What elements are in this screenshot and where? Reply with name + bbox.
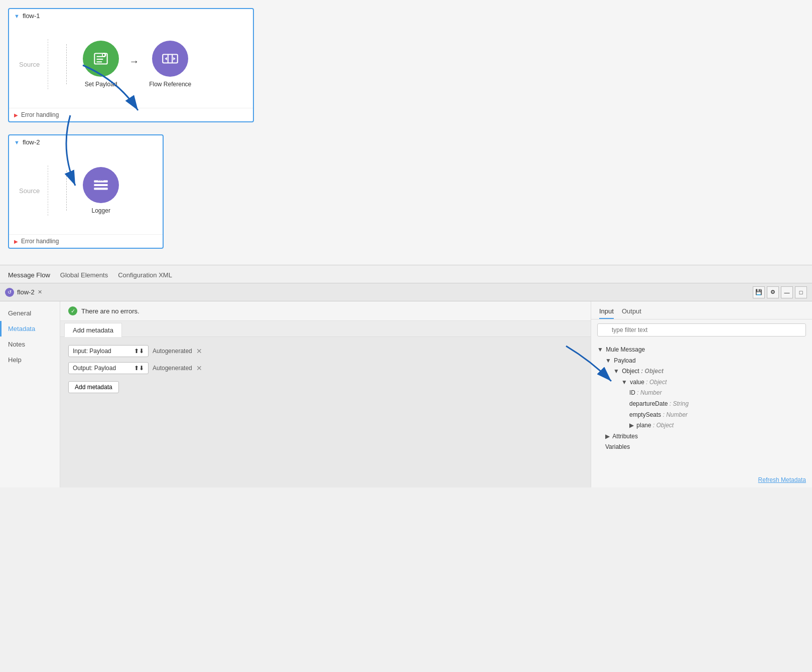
flow-2-container: ▼ flow-2 Source LOG: [8, 134, 164, 249]
tree-children-object: ▼ value : Object ID : Number de: [621, 377, 806, 431]
attributes-toggle[interactable]: ▶: [605, 433, 610, 440]
flow-1-error-handling[interactable]: ▶ Error handling: [9, 108, 253, 121]
mule-message-toggle[interactable]: ▼: [597, 346, 603, 353]
no-errors-icon: ✓: [68, 306, 77, 315]
flow-reference-label: Flow Reference: [149, 81, 191, 88]
tab-configuration-xml[interactable]: Configuration XML: [118, 269, 172, 283]
payload-toggle[interactable]: ▼: [605, 357, 611, 364]
output-payload-arrows: ⬆⬇: [134, 365, 144, 372]
set-payload-node[interactable]: Set Payload: [83, 41, 119, 88]
output-payload-select[interactable]: Output: Payload ⬆⬇: [68, 362, 149, 374]
object-toggle[interactable]: ▼: [613, 368, 619, 375]
save-toolbar-btn[interactable]: 💾: [753, 286, 765, 298]
flow-2-source-label: Source: [19, 165, 48, 216]
tree-node-value: ▼ value : Object: [621, 377, 806, 388]
payload-label: Payload: [614, 357, 635, 364]
flow-1-header: ▼ flow-1: [9, 9, 253, 23]
nav-item-help[interactable]: Help: [0, 352, 60, 368]
canvas-tabs: Message Flow Global Elements Configurati…: [0, 265, 812, 283]
flow-reference-node[interactable]: Flow Reference: [149, 41, 191, 88]
input-payload-label: Input: Payload: [73, 348, 111, 355]
io-tab-output[interactable]: Output: [622, 305, 641, 319]
panel-close-button[interactable]: ✕: [38, 289, 42, 295]
flow-1-body: Source Set Payload: [9, 23, 253, 108]
input-autogenerated-label: Autogenerated: [153, 348, 192, 355]
value-toggle[interactable]: ▼: [621, 379, 627, 386]
value-type: : Object: [646, 379, 666, 386]
panel-area: ↺ flow-2 ✕ 💾 ⚙ — □ General Metadata Note…: [0, 283, 812, 487]
flow-2-collapse-icon[interactable]: ▼: [14, 139, 20, 145]
error-triangle-icon: ▶: [14, 112, 18, 118]
flow-1-source-label: Source: [19, 39, 48, 89]
tab-global-elements[interactable]: Global Elements: [60, 269, 108, 283]
flow-1-dashed-line: [66, 44, 67, 84]
flow-2-header: ▼ flow-2: [9, 135, 163, 149]
no-errors-bar: ✓ There are no errors.: [60, 301, 591, 321]
tree-node-variables: Variables: [605, 442, 806, 453]
refresh-metadata-link[interactable]: Refresh Metadata: [591, 472, 812, 487]
left-nav: General Metadata Notes Help: [0, 301, 60, 487]
metadata-row-output: Output: Payload ⬆⬇ Autogenerated ✕: [68, 362, 583, 374]
output-autogenerated-label: Autogenerated: [153, 365, 192, 372]
input-remove-btn[interactable]: ✕: [196, 347, 202, 355]
tree-node-plane: ▶ plane : Object: [629, 420, 806, 431]
flow-1-name: flow-1: [23, 12, 40, 20]
object-label: Object: [622, 368, 639, 375]
id-label: ID: [629, 389, 635, 396]
flow-2-nodes: LOG Logger: [83, 167, 119, 214]
flow-1-collapse-icon[interactable]: ▼: [14, 13, 20, 19]
center-content: ✓ There are no errors. Add metadata Inpu…: [60, 301, 591, 487]
filter-wrapper: 🔍: [591, 319, 812, 341]
flow-reference-icon-circle: [152, 41, 188, 77]
logger-node[interactable]: LOG Logger: [83, 167, 119, 214]
svg-rect-13: [94, 188, 107, 190]
id-type: : Number: [637, 389, 661, 396]
flow2-error-triangle-icon: ▶: [14, 239, 18, 244]
input-payload-arrows: ⬆⬇: [134, 348, 144, 355]
output-remove-btn[interactable]: ✕: [196, 364, 202, 372]
tree-children-mule: ▼ Payload ▼ Object : Object: [605, 356, 806, 453]
departure-date-type: : String: [669, 400, 689, 407]
plane-toggle[interactable]: ▶: [629, 422, 634, 429]
minimize-toolbar-btn[interactable]: —: [781, 286, 793, 298]
object-type: : Object: [641, 368, 663, 375]
logger-icon-circle: LOG: [83, 167, 119, 203]
mule-message-label: Mule Message: [606, 346, 645, 353]
flow-1-container: ▼ flow-1 Source: [8, 8, 254, 122]
nav-item-notes[interactable]: Notes: [0, 337, 60, 352]
panel-toolbar: 💾 ⚙ — □: [753, 286, 807, 298]
panel-tab: ↺ flow-2 ✕: [5, 288, 42, 297]
logger-label: Logger: [92, 207, 110, 214]
tree-view: ▼ Mule Message ▼ Payload ▼ Object :: [591, 341, 812, 472]
attributes-label: Attributes: [612, 433, 638, 440]
filter-input[interactable]: [597, 323, 806, 337]
metadata-content: Input: Payload ⬆⬇ Autogenerated ✕ Output…: [60, 337, 591, 487]
tab-message-flow[interactable]: Message Flow: [8, 269, 50, 283]
svg-text:LOG: LOG: [98, 179, 103, 182]
panel-tab-name[interactable]: flow-2: [17, 288, 35, 296]
nav-item-general[interactable]: General: [0, 305, 60, 321]
flow-1-error-label: Error handling: [21, 111, 59, 118]
plane-type: : Object: [653, 422, 673, 429]
flow-1-arrow: →: [129, 56, 139, 67]
output-payload-label: Output: Payload: [73, 365, 116, 372]
svg-marker-10: [174, 57, 176, 60]
panel-header: ↺ flow-2 ✕ 💾 ⚙ — □: [0, 283, 812, 301]
input-payload-select[interactable]: Input: Payload ⬆⬇: [68, 345, 149, 357]
settings-toolbar-btn[interactable]: ⚙: [767, 286, 779, 298]
empty-seats-type: : Number: [663, 411, 688, 418]
add-metadata-tab[interactable]: Add metadata: [64, 323, 122, 337]
svg-marker-9: [165, 57, 167, 60]
tree-children-payload: ▼ Object : Object ▼ value : Object: [613, 366, 806, 431]
set-payload-icon-circle: [83, 41, 119, 77]
flow-2-error-handling[interactable]: ▶ Error handling: [9, 234, 163, 248]
set-payload-label: Set Payload: [85, 81, 117, 88]
variables-label: Variables: [605, 443, 630, 450]
nav-item-metadata[interactable]: Metadata: [0, 321, 60, 337]
maximize-toolbar-btn[interactable]: □: [795, 286, 807, 298]
flow-2-body: Source LOG Logger: [9, 149, 163, 234]
io-tab-input[interactable]: Input: [599, 305, 614, 319]
add-metadata-button[interactable]: Add metadata: [68, 381, 119, 393]
flow-2-error-label: Error handling: [21, 238, 59, 245]
tree-node-mule-message: ▼ Mule Message: [597, 345, 806, 356]
